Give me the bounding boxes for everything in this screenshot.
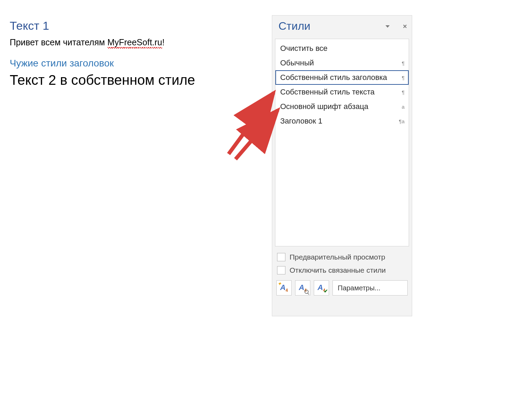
new-style-button[interactable]: ✦A4 — [276, 280, 292, 296]
style-item-label: Собственный стиль заголовка — [280, 73, 387, 82]
pane-header: Стили × — [272, 16, 412, 39]
disable-linked-checkbox-row[interactable]: Отключить связанные стили — [272, 264, 412, 277]
manage-styles-button[interactable]: A4✔ — [314, 280, 329, 296]
style-marker-icon: ¶ — [400, 60, 405, 66]
style-item-clear-all[interactable]: Очистить все — [275, 41, 409, 56]
style-marker-icon: ¶a — [399, 118, 405, 124]
style-item-custom-text[interactable]: Собственный стиль текста ¶ — [275, 85, 409, 99]
pane-bottom-toolbar: ✦A4 A4 A4✔ Параметры... — [272, 277, 412, 299]
style-inspector-icon: A4 — [299, 283, 307, 293]
style-item-label: Очистить все — [280, 44, 328, 53]
style-item-label: Основной шрифт абзаца — [280, 102, 368, 111]
style-item-label: Заголовок 1 — [280, 117, 322, 126]
style-item-heading1[interactable]: Заголовок 1 ¶a — [275, 114, 409, 128]
style-item-custom-heading[interactable]: Собственный стиль заголовка ¶ — [275, 70, 409, 85]
body-text-1: Привет всем читателям MyFreeSoft.ru! — [10, 37, 266, 47]
styles-pane: Стили × Очистить все Обычный ¶ Собственн… — [272, 15, 412, 316]
pane-title: Стили — [278, 20, 310, 33]
style-item-normal[interactable]: Обычный ¶ — [275, 56, 409, 70]
close-icon[interactable]: × — [403, 22, 407, 30]
preview-checkbox-row[interactable]: Предварительный просмотр — [272, 251, 412, 264]
document-area: Текст 1 Привет всем читателям MyFreeSoft… — [10, 19, 266, 88]
manage-styles-icon: A4✔ — [318, 283, 326, 293]
disable-linked-checkbox[interactable] — [277, 266, 285, 274]
custom-heading-text: Чужие стили заголовок — [10, 58, 266, 69]
new-style-icon: ✦A4 — [280, 283, 288, 293]
custom-body-text: Текст 2 в собственном стиле — [10, 72, 266, 88]
style-marker-icon: ¶ — [400, 89, 405, 95]
style-item-label: Собственный стиль текста — [280, 88, 375, 97]
body-text-prefix: Привет всем читателям — [10, 37, 107, 47]
svg-line-1 — [229, 93, 274, 154]
style-marker-icon: ¶ — [400, 75, 405, 81]
spell-error-word: MyFreeSoft.ru — [107, 37, 162, 47]
svg-line-2 — [236, 110, 278, 159]
styles-list: Очистить все Обычный ¶ Собственный стиль… — [275, 39, 409, 246]
body-text-suffix: ! — [162, 37, 165, 47]
style-item-label: Обычный — [280, 58, 314, 67]
disable-linked-checkbox-label: Отключить связанные стили — [290, 266, 386, 274]
options-button[interactable]: Параметры... — [332, 280, 408, 296]
preview-checkbox-label: Предварительный просмотр — [290, 253, 385, 261]
heading-1-text: Текст 1 — [10, 19, 266, 33]
preview-checkbox[interactable] — [277, 253, 285, 261]
pane-menu-icon[interactable] — [385, 25, 390, 28]
style-marker-icon: a — [400, 104, 405, 110]
style-inspector-button[interactable]: A4 — [295, 280, 310, 296]
style-item-default-font[interactable]: Основной шрифт абзаца a — [275, 99, 409, 114]
